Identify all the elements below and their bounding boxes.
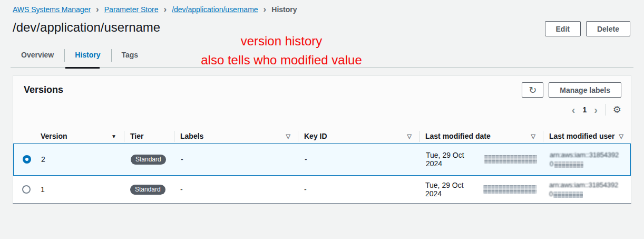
cell-labels: - [174,176,298,203]
tab-tags[interactable]: Tags [111,44,149,68]
gear-icon[interactable]: ⚙ [613,104,621,115]
table-header: Version ▼ Tier Labels ▽ Key ID ▽ Last mo… [13,129,631,144]
column-label: Tier [130,132,143,140]
cell-key-id: - [298,176,419,203]
pagination-prev-icon[interactable]: ‹ [572,104,575,115]
column-header-key-id[interactable]: Key ID ▽ [298,129,419,143]
breadcrumb-link-parameter-store[interactable]: Parameter Store [104,5,159,14]
tab-history[interactable]: History [64,44,111,68]
page-actions: Edit Delete [545,21,630,36]
user-arn-text: 0 [549,190,553,198]
column-label: Labels [180,132,203,140]
column-header-version[interactable]: Version ▼ [34,129,124,143]
radio-unselected[interactable] [22,185,31,194]
cell-version: 1 [34,176,124,203]
manage-labels-button[interactable]: Manage labels [549,82,621,98]
sort-icon: ▽ [531,133,535,140]
column-label: Key ID [304,132,327,140]
chevron-right-icon: › [264,6,267,13]
breadcrumb: AWS Systems Manager › Parameter Store › … [13,5,297,14]
column-label: Last modified user [549,132,614,140]
pagination: ‹ 1 › ⚙ [572,103,621,116]
versions-panel: Versions ↻ Manage labels ‹ 1 › ⚙ Version… [13,75,631,204]
page-title: /dev/application/username [13,20,160,35]
column-label: Version [41,132,67,140]
table-body: 2 Standard - - Tue, 29 Oct 2024 arn:aws:… [13,144,631,203]
cell-last-modified-user: arn:aws:iam::31854392 0 [543,144,630,175]
chevron-right-icon: › [163,6,167,13]
sort-icon: ▽ [286,133,290,140]
column-header-labels[interactable]: Labels ▽ [174,129,298,143]
breadcrumb-link-aws-systems-manager[interactable]: AWS Systems Manager [13,5,91,14]
edit-button[interactable]: Edit [545,21,581,36]
tier-badge: Standard [130,185,165,195]
user-arn-text: arn:aws:iam::31854392 [550,150,619,159]
pagination-divider [605,104,606,116]
redacted-time [484,155,537,164]
tier-badge: Standard [131,155,166,165]
user-arn-text: 0 [550,160,553,168]
sort-desc-icon: ▼ [111,133,116,139]
refresh-button[interactable]: ↻ [522,82,543,98]
cell-labels: - [174,144,298,175]
column-label: Last modified date [425,132,491,140]
cell-last-modified-date: Tue, 29 Oct 2024 [419,176,543,203]
pagination-next-icon[interactable]: › [594,104,598,115]
versions-panel-title: Versions [24,84,63,95]
breadcrumb-current-history: History [271,5,297,14]
tab-overview[interactable]: Overview [11,44,64,68]
cell-version: 2 [35,144,124,175]
table-row-version-1[interactable]: 1 Standard - - Tue, 29 Oct 2024 arn:aws:… [13,176,631,203]
table-row-version-2[interactable]: 2 Standard - - Tue, 29 Oct 2024 arn:aws:… [13,144,631,176]
column-header-tier: Tier [124,129,174,143]
date-text: Tue, 29 Oct 2024 [425,181,482,198]
tab-bar: Overview History Tags [11,44,633,68]
cell-key-id: - [298,144,419,175]
delete-button[interactable]: Delete [586,21,630,36]
redacted-arn [553,192,583,198]
breadcrumb-link-parameter-name[interactable]: /dev/application/username [172,5,258,14]
select-column-header [13,129,34,143]
cell-last-modified-user: arn:aws:iam::31854392 0 [543,176,631,203]
radio-selected[interactable] [23,155,31,164]
sort-icon: ▽ [619,133,623,140]
cell-last-modified-date: Tue, 29 Oct 2024 [419,144,543,175]
user-arn-text: arn:aws:iam::31854392 [549,180,618,189]
column-header-last-modified-user[interactable]: Last modified user ▽ [543,129,631,143]
column-header-last-modified-date[interactable]: Last modified date ▽ [419,129,543,143]
redacted-arn [554,161,583,168]
date-text: Tue, 29 Oct 2024 [426,151,482,168]
pagination-page-1[interactable]: 1 [582,106,587,114]
versions-panel-actions: ↻ Manage labels [522,82,621,98]
sort-icon: ▽ [407,133,412,140]
chevron-right-icon: › [96,6,99,13]
redacted-time [483,185,536,194]
refresh-icon: ↻ [529,85,536,95]
